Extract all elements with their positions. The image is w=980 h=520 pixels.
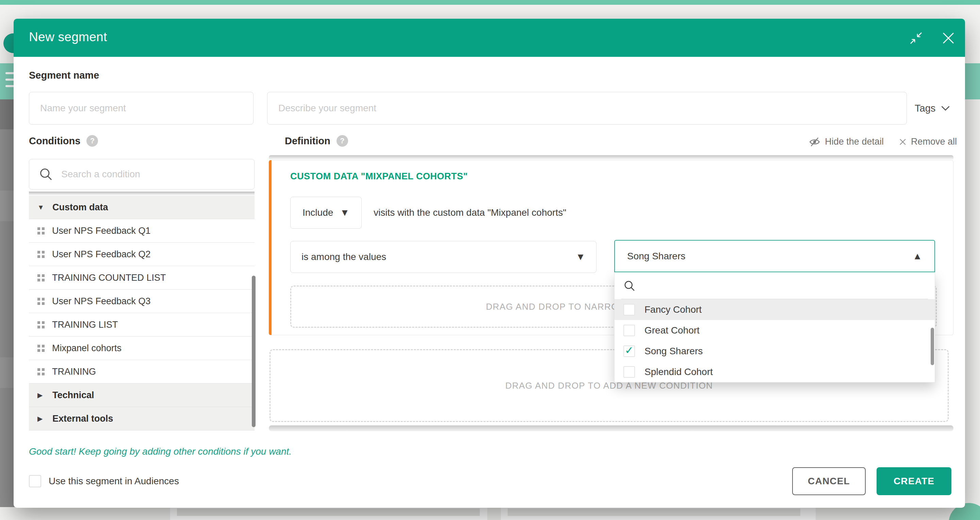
value-selected: Song Sharers [627,251,685,262]
help-icon[interactable]: ? [86,135,98,147]
drag-handle-icon [37,251,45,258]
dropdown-option[interactable]: Fancy Cohort [614,299,935,320]
condition-item-label: Mixpanel cohorts [52,343,121,354]
audiences-row: Use this segment in Audiences [29,475,179,487]
cancel-button[interactable]: CANCEL [792,467,865,495]
condition-item[interactable]: TRAINING [29,360,255,383]
x-icon [899,138,907,146]
condition-group-external-tools[interactable]: ▶External tools [29,407,255,431]
audiences-checkbox[interactable] [29,475,41,487]
value-dropdown-panel: Fancy CohortGreat Cohort✓Song SharersSpl… [614,272,935,383]
definition-label: Definition [285,135,331,147]
dropdown-option-label: Splendid Cohort [644,367,713,377]
checkbox-unchecked[interactable] [624,304,635,315]
search-icon [39,167,53,181]
segment-description-input[interactable] [267,92,907,124]
condition-item[interactable]: User NPS Feedback Q2 [29,243,255,266]
remove-all-label: Remove all [911,137,957,147]
definition-section-header: Definition ? [285,135,348,147]
modal-header: New segment [14,19,965,57]
hint-text: Good start! Keep going by adding other c… [29,446,292,457]
condition-group-label: External tools [52,413,113,424]
condition-search-input[interactable] [61,169,245,180]
condition-group-label: Custom data [52,202,108,213]
condition-item-label: TRAINING [52,367,96,377]
condition-item[interactable]: User NPS Feedback Q1 [29,219,255,243]
conditions-section-header: Conditions ? [29,135,98,147]
condition-group-custom-data[interactable]: ▼Custom data [29,196,255,219]
search-icon [624,280,636,292]
condition-item-label: User NPS Feedback Q1 [52,226,151,236]
dropdown-options: Fancy CohortGreat Cohort✓Song SharersSpl… [614,299,935,382]
chevron-down-icon [941,105,950,111]
dropdown-option-label: Song Sharers [644,346,703,357]
hide-detail-label: Hide the detail [825,137,884,147]
dropdown-scrollbar[interactable] [931,328,934,365]
condition-search [29,159,255,189]
condition-item[interactable]: TRAINING COUNTED LIST [29,266,255,289]
caret-up-icon: ▲ [913,251,922,262]
condition-item-label: User NPS Feedback Q3 [52,296,151,307]
definition-actions: Hide the detail Remove all [808,137,957,147]
modal-title: New segment [29,30,107,44]
caret-down-icon: ▼ [37,204,48,211]
condition-item-label: TRAINING COUNTED LIST [52,273,166,283]
caret-right-icon: ▶ [37,391,48,399]
condition-group-technical[interactable]: ▶Technical [29,383,255,407]
condition-item-label: TRAINING LIST [52,320,118,330]
condition-sentence: visits with the custom data "Mixpanel co… [374,197,566,229]
checkbox-unchecked[interactable] [624,324,635,336]
conditions-scrollbar[interactable] [252,276,256,427]
caret-right-icon: ▶ [37,415,48,423]
background-panel [170,507,487,520]
include-value: Include [302,207,333,218]
condition-item[interactable]: User NPS Feedback Q3 [29,289,255,313]
tags-dropdown[interactable]: Tags [915,92,950,124]
eye-slash-icon [808,137,821,147]
dropdown-option-label: Great Cohort [644,325,700,336]
collapse-icon[interactable] [909,31,923,45]
dropdown-option[interactable]: Splendid Cohort [614,361,935,382]
checkbox-unchecked[interactable] [624,366,635,378]
drag-handle-icon [37,321,45,328]
segment-name-input[interactable] [29,92,253,124]
check-icon: ✓ [625,345,633,356]
condition-card-title: CUSTOM DATA "MIXPANEL COHORTS" [290,171,468,182]
audiences-label: Use this segment in Audiences [49,476,179,487]
value-select[interactable]: Song Sharers ▲ [614,240,935,272]
caret-down-icon: ▼ [576,251,585,262]
condition-group-label: Technical [52,390,94,401]
include-select[interactable]: Include ▼ [290,197,362,229]
horizontal-scrollbar[interactable] [269,425,953,431]
page-content-behind [0,507,980,520]
drag-handle-icon [37,227,45,234]
close-icon[interactable] [941,31,956,45]
drag-handle-icon [37,345,45,352]
create-button[interactable]: CREATE [877,467,951,495]
condition-item-label: User NPS Feedback Q2 [52,249,151,260]
help-icon[interactable]: ? [337,135,348,147]
segment-name-label: Segment name [29,70,99,81]
condition-list: ▼Custom dataUser NPS Feedback Q1User NPS… [29,196,255,431]
dropdown-search[interactable] [614,272,935,299]
dropdown-option[interactable]: ✓Song Sharers [614,341,935,361]
caret-down-icon: ▼ [340,207,350,218]
definition-scroll-shadow [269,155,953,160]
app-background: New segment Segment name [0,0,980,520]
condition-item[interactable]: TRAINING LIST [29,313,255,337]
hide-detail-button[interactable]: Hide the detail [808,137,884,147]
drag-handle-icon [37,368,45,375]
background-panel [501,507,816,520]
conditions-label: Conditions [29,135,80,147]
checkbox-checked[interactable]: ✓ [624,345,635,357]
drag-handle-icon [37,274,45,281]
new-segment-modal: New segment Segment name [14,19,965,508]
top-strip [0,0,980,5]
remove-all-button[interactable]: Remove all [899,137,957,147]
dropdown-option[interactable]: Great Cohort [614,320,935,341]
dropdown-option-label: Fancy Cohort [644,304,702,315]
condition-item[interactable]: Mixpanel cohorts [29,337,255,360]
list-scroll-shadow [29,192,255,196]
tags-label: Tags [915,103,935,114]
operator-select[interactable]: is among the values ▼ [290,241,597,273]
